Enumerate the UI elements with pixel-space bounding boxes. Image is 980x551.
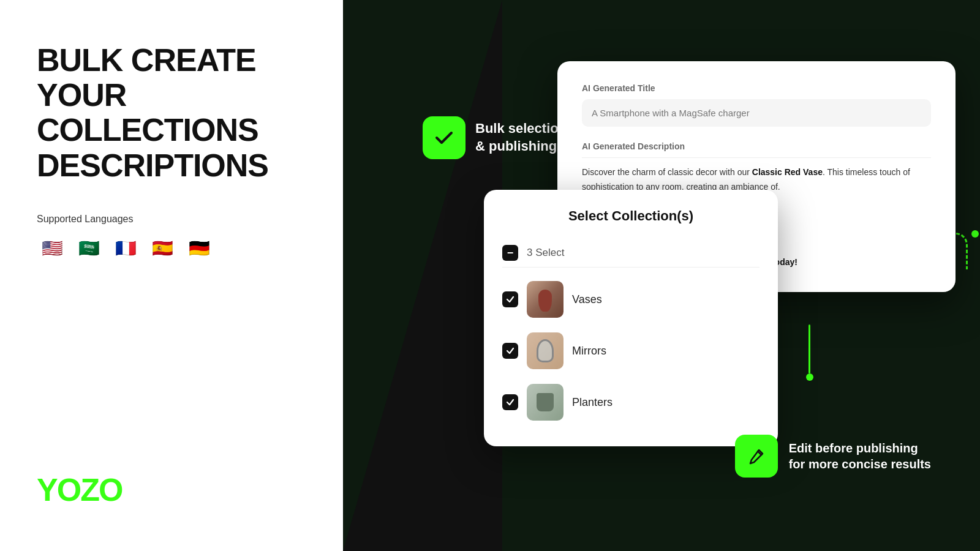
mirrors-thumbnail xyxy=(527,332,564,369)
edit-badge-text: Edit before publishing for more concise … xyxy=(789,440,931,472)
right-panel: Bulk selection & publishing Select Colle… xyxy=(343,0,980,551)
mirrors-thumb-bg xyxy=(527,332,564,369)
checkbox-vases[interactable] xyxy=(502,291,518,307)
edit-badge-line1: Edit before publishing xyxy=(789,441,918,455)
supported-languages-label: Supported Languages xyxy=(37,214,306,225)
vases-thumbnail xyxy=(527,281,564,318)
edit-badge-line2: for more concise results xyxy=(789,457,931,471)
planter-shape xyxy=(537,393,554,411)
edit-badge-icon xyxy=(735,435,778,478)
green-dot-2 xyxy=(806,373,813,381)
green-dot-1 xyxy=(971,230,979,238)
checkbox-mirrors[interactable] xyxy=(502,343,518,359)
mirror-shape xyxy=(537,339,554,362)
ai-desc-label: AI Generated Description xyxy=(582,141,931,151)
collection-item-planters[interactable]: Planters xyxy=(502,377,760,428)
vases-label: Vases xyxy=(572,293,602,306)
ai-title-label: AI Generated Title xyxy=(582,83,931,93)
bulk-badge-text: Bulk selection & publishing xyxy=(475,120,567,155)
flag-sa: 🇸🇦 xyxy=(74,233,104,264)
planters-label: Planters xyxy=(572,396,612,409)
edit-badge: Edit before publishing for more concise … xyxy=(735,435,931,478)
mirrors-label: Mirrors xyxy=(572,345,606,358)
bulk-badge: Bulk selection & publishing xyxy=(423,116,567,159)
checkbox-minus[interactable]: − xyxy=(502,245,518,261)
vase-shape xyxy=(538,290,552,312)
main-title: BULK CREATE YOUR COLLECTIONS DESCRIPTION… xyxy=(37,43,306,183)
planters-thumb-bg xyxy=(527,384,564,421)
title-line-1: BULK CREATE YOUR xyxy=(37,42,256,113)
select-all-label: 3 Select xyxy=(527,247,564,259)
checkbox-planters[interactable] xyxy=(502,394,518,410)
bulk-badge-line1: Bulk selection xyxy=(475,121,567,136)
collection-item-mirrors[interactable]: Mirrors xyxy=(502,325,760,377)
bulk-badge-icon xyxy=(423,116,466,159)
green-line-vertical xyxy=(809,324,810,373)
select-all-row[interactable]: − 3 Select xyxy=(502,239,760,268)
collection-card: Select Collection(s) − 3 Select Vases xyxy=(484,190,778,446)
title-line-3: DESCRIPTIONS xyxy=(37,148,268,183)
flag-fr: 🇫🇷 xyxy=(110,233,141,264)
supported-languages-section: Supported Languages 🇺🇸 🇸🇦 🇫🇷 🇪🇸 🇩🇪 xyxy=(37,214,306,264)
collection-item-vases[interactable]: Vases xyxy=(502,274,760,325)
yozo-logo: YOZO xyxy=(37,471,306,508)
dark-triangle xyxy=(343,0,502,551)
flags-row: 🇺🇸 🇸🇦 🇫🇷 🇪🇸 🇩🇪 xyxy=(37,233,306,264)
flag-es: 🇪🇸 xyxy=(147,233,178,264)
ai-desc-product-name: Classic Red Vase xyxy=(752,167,823,177)
flag-us: 🇺🇸 xyxy=(37,233,67,264)
title-line-2: COLLECTIONS xyxy=(37,112,258,148)
collection-card-title: Select Collection(s) xyxy=(502,208,760,224)
left-panel: BULK CREATE YOUR COLLECTIONS DESCRIPTION… xyxy=(0,0,343,551)
ai-title-input[interactable] xyxy=(582,99,931,127)
bulk-badge-line2: & publishing xyxy=(475,138,557,154)
edit-icon xyxy=(745,445,767,467)
checkmark-icon xyxy=(433,127,455,149)
vases-thumb-bg xyxy=(527,281,564,318)
flag-de: 🇩🇪 xyxy=(184,233,214,264)
planters-thumbnail xyxy=(527,384,564,421)
